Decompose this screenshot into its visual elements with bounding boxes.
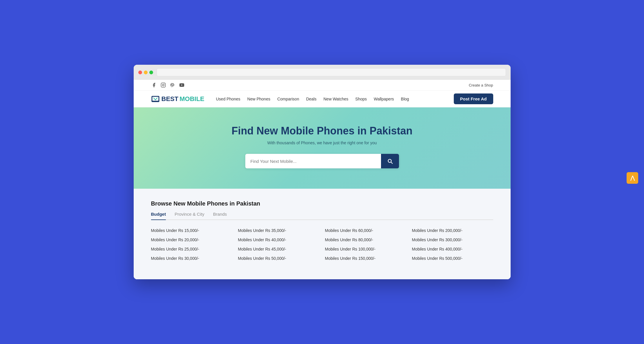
- post-free-ad-button[interactable]: Post Free Ad: [454, 93, 493, 104]
- list-item[interactable]: Mobiles Under Rs 15,000/-: [151, 227, 232, 234]
- browser-chrome: [134, 65, 511, 80]
- page-content: Create a Shop BEST MOBILE Used Phones: [134, 80, 511, 279]
- nav-comparison[interactable]: Comparison: [277, 97, 299, 101]
- hero-title: Find New Mobile Phones in Pakistan: [139, 125, 505, 137]
- hero-subtitle: With thousands of Phones, we have just t…: [139, 141, 505, 145]
- list-item[interactable]: Mobiles Under Rs 300,000/-: [412, 236, 493, 243]
- list-item[interactable]: Mobiles Under Rs 20,000/-: [151, 236, 232, 243]
- svg-point-1: [162, 84, 164, 86]
- browse-tabs: Budget Province & City Brands: [151, 212, 493, 220]
- fullscreen-button[interactable]: [149, 71, 153, 74]
- search-input[interactable]: [245, 154, 381, 168]
- floating-scroll-top-badge[interactable]: ⋀: [627, 172, 638, 184]
- logo-best-text: BEST: [162, 95, 179, 103]
- nav-blog[interactable]: Blog: [401, 97, 409, 101]
- logo-icon: [151, 95, 160, 103]
- list-item[interactable]: Mobiles Under Rs 35,000/-: [238, 227, 319, 234]
- youtube-icon[interactable]: [179, 82, 185, 88]
- list-item[interactable]: Mobiles Under Rs 100,000/-: [325, 246, 406, 253]
- instagram-icon[interactable]: [160, 82, 166, 88]
- header: BEST MOBILE Used Phones New Phones Compa…: [134, 91, 511, 107]
- top-bar: Create a Shop: [134, 80, 511, 91]
- tab-budget[interactable]: Budget: [151, 212, 166, 219]
- logo-mobile-text: MOBILE: [179, 95, 204, 103]
- social-icons: [151, 82, 185, 88]
- svg-point-2: [164, 84, 165, 84]
- nav-wallpapers[interactable]: Wallpapers: [374, 97, 394, 101]
- budget-grid: Mobiles Under Rs 15,000/- Mobiles Under …: [151, 227, 493, 262]
- tab-province-city[interactable]: Province & City: [175, 212, 204, 219]
- nav-shops[interactable]: Shops: [355, 97, 367, 101]
- browse-section: Browse New Mobile Phones in Pakistan Bud…: [134, 189, 511, 279]
- tab-brands[interactable]: Brands: [213, 212, 227, 219]
- nav-new-phones[interactable]: New Phones: [247, 97, 270, 101]
- search-button[interactable]: [381, 154, 399, 168]
- hero-section: Find New Mobile Phones in Pakistan With …: [134, 107, 511, 189]
- list-item[interactable]: Mobiles Under Rs 200,000/-: [412, 227, 493, 234]
- list-item[interactable]: Mobiles Under Rs 45,000/-: [238, 246, 319, 253]
- nav-used-phones[interactable]: Used Phones: [216, 97, 240, 101]
- logo[interactable]: BEST MOBILE: [151, 95, 204, 103]
- list-item[interactable]: Mobiles Under Rs 40,000/-: [238, 236, 319, 243]
- svg-rect-0: [161, 83, 165, 87]
- list-item[interactable]: Mobiles Under Rs 25,000/-: [151, 246, 232, 253]
- list-item[interactable]: Mobiles Under Rs 60,000/-: [325, 227, 406, 234]
- browse-title: Browse New Mobile Phones in Pakistan: [151, 200, 493, 207]
- list-item[interactable]: Mobiles Under Rs 80,000/-: [325, 236, 406, 243]
- nav-deals[interactable]: Deals: [306, 97, 317, 101]
- traffic-lights: [138, 71, 153, 74]
- nav: Used Phones New Phones Comparison Deals …: [216, 97, 445, 101]
- create-shop-link[interactable]: Create a Shop: [469, 83, 493, 87]
- list-item[interactable]: Mobiles Under Rs 500,000/-: [412, 255, 493, 262]
- pinterest-icon[interactable]: [170, 82, 175, 88]
- nav-new-watches[interactable]: New Watches: [323, 97, 348, 101]
- list-item[interactable]: Mobiles Under Rs 50,000/-: [238, 255, 319, 262]
- search-bar: [245, 154, 399, 168]
- address-bar[interactable]: [157, 68, 506, 76]
- list-item[interactable]: Mobiles Under Rs 150,000/-: [325, 255, 406, 262]
- list-item[interactable]: Mobiles Under Rs 400,000/-: [412, 246, 493, 253]
- facebook-icon[interactable]: [151, 82, 157, 88]
- search-icon: [387, 158, 393, 164]
- browser-window: Create a Shop BEST MOBILE Used Phones: [134, 65, 511, 279]
- close-button[interactable]: [138, 71, 142, 74]
- list-item[interactable]: Mobiles Under Rs 30,000/-: [151, 255, 232, 262]
- minimize-button[interactable]: [144, 71, 148, 74]
